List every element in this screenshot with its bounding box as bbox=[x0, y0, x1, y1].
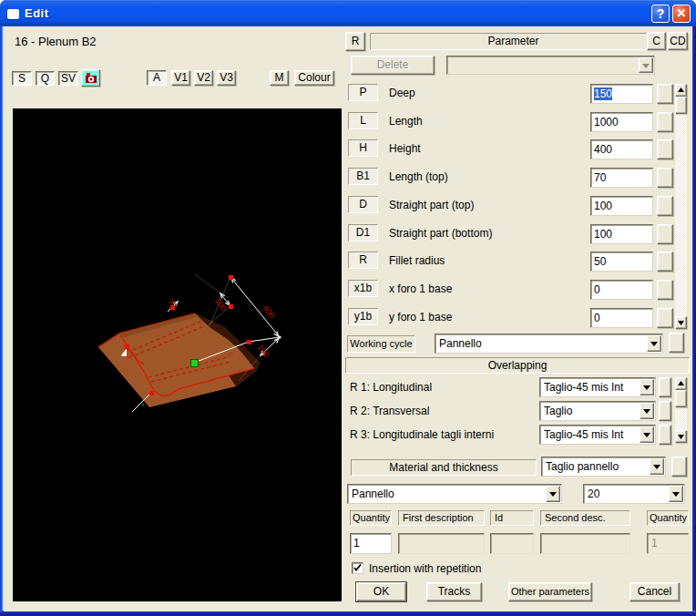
svg-text:100: 100 bbox=[255, 343, 271, 359]
svg-text:70: 70 bbox=[166, 297, 179, 310]
